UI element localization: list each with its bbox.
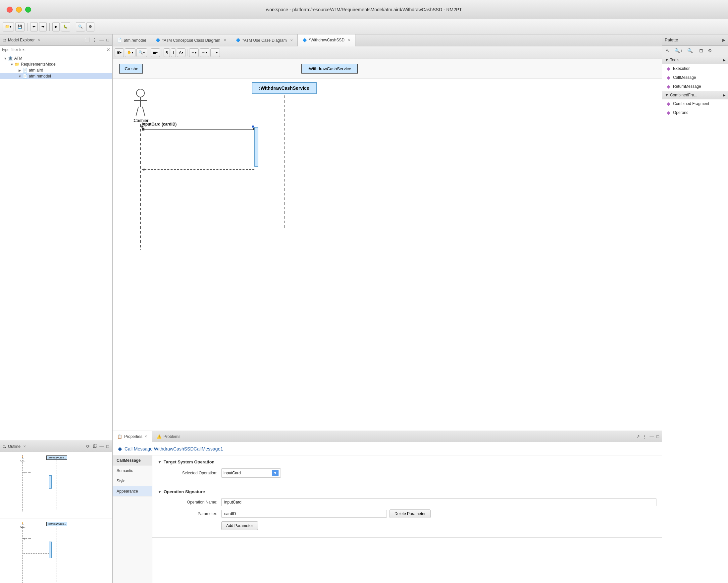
toolbar-btn-search[interactable]: 🔍 [76,22,85,31]
props-menu-btn[interactable]: ⋮ [642,433,648,439]
model-explorer-minimize-btn[interactable]: — [99,37,104,43]
tab-usecase-diagram[interactable]: 🔷 *ATM Use Case Diagram ✕ [231,34,298,46]
search-clear-icon[interactable]: ✕ [106,47,110,52]
tree-item-atm[interactable]: ▼ 🏦 ATM [0,55,112,61]
minimize-button[interactable] [16,7,22,12]
titlebar: workspace - platform:/resource/ATM/Requi… [0,0,728,19]
diag-btn-pan[interactable]: ✋▾ [125,48,135,57]
tree-toggle-atm-remodel[interactable]: ▼ [17,75,23,78]
outline-icon-btn[interactable]: 🖼 [92,443,97,450]
props-input-op-name[interactable] [221,498,656,506]
diag-btn-italic[interactable]: I [171,48,176,57]
palette-section-tools-expand[interactable]: ▶ [723,58,725,62]
model-explorer-maximize-btn[interactable]: □ [106,37,110,43]
toolbar-btn-settings[interactable]: ⚙ [86,22,95,31]
diag-btn-font[interactable]: A▾ [177,48,185,57]
tree-toggle-atm-aird[interactable]: ▶ [17,69,23,72]
palette-item-operand[interactable]: ◆ Operand [662,108,728,117]
tab-close-withdraw[interactable]: ✕ [348,39,350,42]
palette-fit-btn[interactable]: ⊡ [698,47,705,54]
diag-btn-layers[interactable]: ☰▾ [151,48,160,57]
toolbar-btn-new[interactable]: 📁▾ [3,22,14,31]
service-box[interactable]: :WithdrawCashService [252,82,317,94]
return-message[interactable] [142,168,254,171]
diagram-canvas[interactable]: :Ca she :WithdrawCashService [113,59,662,431]
diag-btn-line-style[interactable]: —▾ [210,48,220,57]
palette-item-combined-fragment[interactable]: ◆ Combined Fragment [662,99,728,108]
props-tab-close-properties[interactable]: ✕ [145,435,147,438]
palette-settings-btn[interactable]: ⚙ [706,47,714,54]
diag-btn-zoom[interactable]: 🔍▾ [136,48,147,57]
palette-section-combined[interactable]: ▼ CombinedFra... ▶ [662,91,728,99]
cashier-header-box[interactable]: :Ca she [119,64,143,74]
toolbar-btn-run[interactable]: ▶ [52,22,60,31]
diag-btn-arrow-right[interactable]: →▾ [200,48,209,57]
service-header-box[interactable]: :WithdrawCashService [302,64,358,74]
tree-item-atm-aird[interactable]: ▶ 📄 atm.aird [0,67,112,73]
toolbar-btn-save[interactable]: 💾 [15,22,25,31]
palette-expand-btn[interactable]: ▶ [722,38,725,43]
props-delete-parameter-btn[interactable]: Delete Parameter [390,509,431,518]
palette-zoom-out-btn[interactable]: 🔍- [685,47,696,54]
props-label-parameter: Parameter: [158,511,217,516]
close-button[interactable] [7,7,12,12]
outline-tab-id: ✕ [23,445,26,448]
palette-cursor-btn[interactable]: ↖ [664,47,671,54]
props-add-parameter-btn[interactable]: Add Parameter [221,522,258,530]
props-sidebar-callmessage[interactable]: CallMessage [113,455,152,466]
execution-box[interactable] [254,127,258,167]
tab-class-diagram[interactable]: 🔷 *ATM Conceptual Class Diagram ✕ [151,34,231,46]
props-tab-problems[interactable]: ⚠️ Problems [152,431,185,442]
tab-label-remodel: atm.remodel [124,38,146,43]
actor-figure [134,89,147,117]
toolbar-btn-back[interactable]: ⬅ [30,22,38,31]
tree-item-requirements[interactable]: ▼ 📁 RequirementsModel [0,61,112,67]
palette-item-callmessage[interactable]: ◆ CallMessage [662,73,728,82]
outline-maximize-btn[interactable]: □ [106,443,110,450]
props-tab-properties[interactable]: 📋 Properties ✕ [113,431,152,442]
props-select-inputcard[interactable]: inputCard ▼ [221,468,281,478]
model-explorer-menu-btn[interactable]: ⋮ [92,37,97,43]
tab-withdraw-ssd[interactable]: 🔷 *WithdrawCashSSD ✕ [298,34,355,46]
maximize-button[interactable] [25,7,31,12]
props-content: CallMessage Semantic Style Appearance [113,455,662,583]
properties-panel: 📋 Properties ✕ ⚠️ Problems ↗ ⋮ — □ [113,431,662,583]
outline-sync-btn[interactable]: ⟳ [85,443,90,450]
props-open-btn[interactable]: ↗ [635,433,641,439]
toolbar-btn-forward[interactable]: ➡ [39,22,47,31]
props-maximize-btn[interactable]: □ [656,433,660,439]
tree-toggle-atm[interactable]: ▼ [3,57,8,60]
tree-icon-atm-aird: 📄 [23,68,27,73]
props-input-parameter[interactable] [221,510,387,518]
palette-item-returnmessage[interactable]: ◆ ReturnMessage [662,82,728,91]
tree-item-atm-remodel[interactable]: ▼ 📄 atm.remodel [0,73,112,79]
tab-close-class[interactable]: ✕ [224,39,226,42]
search-input[interactable] [2,47,105,52]
tab-atm-remodel[interactable]: 📄 atm.remodel [113,34,151,46]
props-section-toggle-target[interactable]: ▼ [158,460,162,464]
props-sidebar-style[interactable]: Style [113,476,152,486]
props-select-dropdown-btn[interactable]: ▼ [272,470,279,476]
props-sidebar-semantic[interactable]: Semantic [113,466,152,476]
tab-close-usecase[interactable]: ✕ [290,39,293,42]
diag-btn-bold[interactable]: B [164,48,170,57]
message-inputcard[interactable]: inputCard (cardID) [142,122,256,130]
service-lifeline[interactable]: :WithdrawCashService [252,82,317,228]
palette-section-tools[interactable]: ▼ Tools ▶ [662,56,728,64]
palette-item-execution[interactable]: ◆ Execution [662,64,728,73]
outline-minimize-btn[interactable]: — [99,443,104,450]
palette-zoom-in-btn[interactable]: 🔍+ [673,47,684,54]
tree-toggle-requirements[interactable]: ▼ [9,62,15,66]
toolbar-btn-debug[interactable]: 🐛 [61,22,70,31]
diag-btn-arrow-left[interactable]: ←▾ [189,48,199,57]
diag-btn-select[interactable]: ▣▾ [114,48,124,57]
outline-icon: 🗂 [3,444,7,449]
message-arrow-row [142,128,256,130]
props-minimize-btn[interactable]: — [649,433,654,439]
palette-section-tools-toggle: ▼ [665,58,669,62]
palette-section-combined-expand[interactable]: ▶ [723,93,725,97]
props-sidebar-appearance[interactable]: Appearance [113,486,152,497]
model-explorer-collapse-btn[interactable]: ⬜ [84,37,90,43]
actor-arms [134,100,147,101]
props-section-toggle-sig[interactable]: ▼ [158,489,162,494]
